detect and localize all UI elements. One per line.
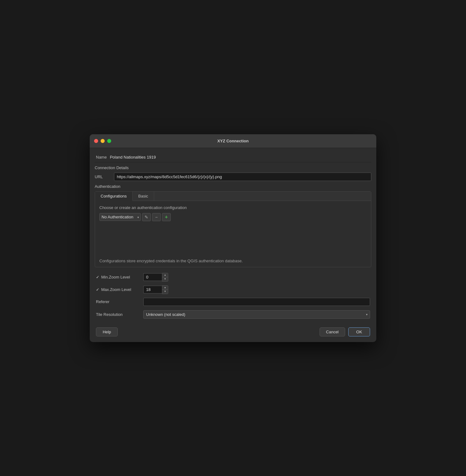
max-zoom-checkmark: ✓ <box>96 287 99 292</box>
tab-basic[interactable]: Basic <box>133 192 154 201</box>
name-row: Name Poland Nationalities 1919 <box>95 152 371 162</box>
close-button[interactable] <box>94 139 98 143</box>
tab-configurations[interactable]: Configurations <box>95 192 133 201</box>
min-zoom-label: ✓ Min.Zoom Level <box>96 275 140 279</box>
min-zoom-spinner: ▲ ▼ <box>143 273 168 282</box>
max-zoom-spinner: ▲ ▼ <box>143 285 168 294</box>
auth-config-select[interactable]: No Authentication <box>99 213 141 221</box>
max-zoom-spin-buttons: ▲ ▼ <box>162 285 168 294</box>
min-zoom-row: ✓ Min.Zoom Level ▲ ▼ <box>95 271 371 283</box>
xyz-connection-dialog: XYZ Connection Name Poland Nationalities… <box>90 134 376 342</box>
max-zoom-up-button[interactable]: ▲ <box>162 286 168 290</box>
min-zoom-input[interactable] <box>143 273 162 281</box>
tile-resolution-label: Tile Resolution <box>96 312 140 317</box>
dialog-buttons: Help Cancel OK <box>95 325 371 337</box>
authentication-box: Configurations Basic Choose or create an… <box>95 191 371 267</box>
config-description: Choose or create an authentication confi… <box>99 205 367 210</box>
url-input[interactable] <box>114 173 371 181</box>
titlebar: XYZ Connection <box>90 134 376 148</box>
right-button-group: Cancel OK <box>320 327 370 336</box>
max-zoom-text: Max.Zoom Level <box>101 287 131 292</box>
authentication-label: Authentication <box>95 184 371 189</box>
edit-config-button[interactable]: ✎ <box>142 213 151 221</box>
cancel-button[interactable]: Cancel <box>320 327 345 336</box>
configurations-tab-content: Choose or create an authentication confi… <box>95 201 371 267</box>
min-zoom-down-button[interactable]: ▼ <box>162 277 168 281</box>
window-controls <box>94 139 111 143</box>
tile-resolution-select[interactable]: Unknown (not scaled) Standard (256x256) … <box>143 310 370 319</box>
minus-icon: − <box>155 215 158 220</box>
referer-row: Referer <box>95 296 371 308</box>
url-label: URL <box>95 174 110 179</box>
min-zoom-checkmark: ✓ <box>96 275 99 279</box>
connection-details-label: Connection Details <box>95 165 371 170</box>
min-zoom-text: Min.Zoom Level <box>101 275 130 279</box>
name-label: Name <box>96 155 107 159</box>
referer-input[interactable] <box>143 298 370 306</box>
referer-label: Referer <box>96 299 140 304</box>
name-value: Poland Nationalities 1919 <box>110 155 156 159</box>
window-title: XYZ Connection <box>217 139 249 143</box>
auth-select-wrapper: No Authentication <box>99 213 141 221</box>
url-row: URL <box>95 173 371 181</box>
config-controls: No Authentication ✎ − + <box>99 213 367 221</box>
tabs-row: Configurations Basic <box>95 192 371 201</box>
add-config-button[interactable]: + <box>162 213 171 221</box>
max-zoom-down-button[interactable]: ▼ <box>162 290 168 294</box>
help-button[interactable]: Help <box>96 327 118 336</box>
encrypted-note: Configurations store encrypted credentia… <box>99 259 367 263</box>
max-zoom-input[interactable] <box>143 286 162 293</box>
min-zoom-up-button[interactable]: ▲ <box>162 273 168 277</box>
min-zoom-spin-buttons: ▲ ▼ <box>162 273 168 282</box>
remove-config-button[interactable]: − <box>152 213 161 221</box>
max-zoom-label: ✓ Max.Zoom Level <box>96 287 140 292</box>
max-zoom-row: ✓ Max.Zoom Level ▲ ▼ <box>95 283 371 296</box>
edit-icon: ✎ <box>145 215 148 220</box>
maximize-button[interactable] <box>107 139 111 143</box>
dialog-content: Name Poland Nationalities 1919 Connectio… <box>90 148 376 342</box>
plus-icon: + <box>165 214 168 220</box>
minimize-button[interactable] <box>101 139 105 143</box>
tile-resolution-row: Tile Resolution Unknown (not scaled) Sta… <box>95 308 371 321</box>
tile-resolution-select-wrapper: Unknown (not scaled) Standard (256x256) … <box>143 310 370 319</box>
ok-button[interactable]: OK <box>348 327 370 336</box>
